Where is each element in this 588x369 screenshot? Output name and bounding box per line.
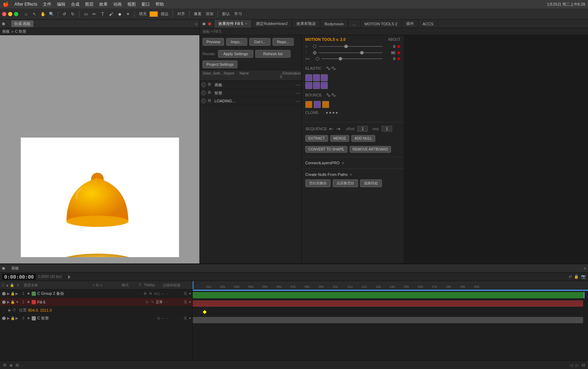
layer-row-3[interactable]: ▶ 🔒 ▶ 3 ★ C 矩形 ⊙ - - - 无 ▾ — [0, 314, 192, 323]
select-tool[interactable]: ↖ — [31, 11, 38, 18]
add-null-btn[interactable]: ADD NULL — [351, 135, 375, 142]
stamp-tool[interactable]: ◆ — [116, 11, 123, 18]
text-tool[interactable]: T — [99, 11, 106, 18]
menu-layer[interactable]: 图层 — [85, 1, 94, 7]
menu-composition[interactable]: 合成 — [71, 1, 79, 7]
playback-icon[interactable]: ⏵ — [67, 274, 72, 280]
slider-knob-2[interactable] — [313, 51, 317, 55]
comp-gear-3[interactable]: ⚙ — [207, 98, 213, 104]
fill-color-swatch[interactable] — [149, 11, 158, 17]
seq-right-icon[interactable]: ⇥ — [336, 126, 340, 132]
timeline-close[interactable] — [2, 267, 5, 270]
tab-effects[interactable]: 效果控件 Fill 5 × — [214, 20, 252, 28]
project-settings-btn[interactable]: Project Settings — [203, 61, 237, 68]
tab-extra2[interactable]: 插件 — [402, 20, 418, 28]
easing-btn-1[interactable] — [305, 74, 312, 81]
comp-dots-2[interactable]: ··· — [296, 90, 300, 96]
layer-2-star[interactable]: ★ — [27, 300, 31, 304]
menu-help[interactable]: 帮助 — [155, 1, 164, 7]
timeline-tab-label[interactable]: 画板 — [9, 265, 21, 272]
slider-knob-3[interactable] — [316, 57, 319, 61]
vis-dot-1[interactable] — [2, 292, 6, 295]
vis-dot-2[interactable] — [2, 300, 6, 304]
refresh-list-btn[interactable]: Refresh list — [255, 50, 290, 58]
timeline-footer-icon-1[interactable]: ⚙ — [3, 363, 7, 368]
timeline-footer-icon-3[interactable]: ⊞ — [15, 363, 19, 368]
null-btn-3[interactable]: 追路径处 — [360, 179, 382, 187]
comp-gear-2[interactable]: ⚙ — [207, 90, 213, 96]
pen-tool[interactable]: ✏ — [91, 11, 98, 18]
breadcrumb-child[interactable]: C 矩形 — [15, 29, 26, 34]
comp-menu-icon[interactable]: ≡ — [195, 22, 197, 26]
lock-icon-2[interactable]: 🔒 — [11, 300, 15, 304]
layer-2-dropdown[interactable]: ▾ — [189, 300, 191, 304]
repo-btn[interactable]: Repo... — [273, 38, 294, 46]
slider-thumb-1[interactable] — [344, 45, 348, 48]
comp-checkbox-3[interactable] — [201, 98, 206, 103]
easing-btn-3[interactable] — [321, 74, 328, 81]
bounce-btn-2[interactable] — [314, 101, 321, 108]
menu-after-effects[interactable]: After Effects — [14, 2, 37, 7]
bounce-btn-1[interactable] — [305, 101, 312, 108]
timeline-footer-icon-5[interactable]: ▷ — [576, 363, 579, 368]
easing-btn-2[interactable] — [313, 74, 320, 81]
comp-gear-1[interactable]: ⚙ — [207, 82, 213, 88]
tab-extra1[interactable]: ... — [348, 20, 360, 28]
puppet-tool[interactable]: ✴ — [124, 11, 132, 18]
preview-btn[interactable]: Preview — [203, 38, 224, 46]
about-btn[interactable]: ABOUT — [388, 38, 400, 42]
timeline-footer-icon-4[interactable]: ◁ — [570, 363, 573, 368]
layer-1-star[interactable]: ★ — [27, 291, 31, 296]
menu-effects[interactable]: 效果 — [99, 1, 108, 7]
comp-row-juxing[interactable]: ⚙ 矩形 ··· — [200, 89, 301, 97]
layer-2-expand[interactable]: ▼ — [15, 300, 20, 304]
bounce-btn-3[interactable] — [322, 101, 329, 108]
layer-3-color[interactable] — [32, 316, 36, 320]
comp-checkbox-2[interactable] — [201, 90, 206, 95]
extract-btn[interactable]: EXTRACT — [305, 135, 328, 142]
layer-row-1[interactable]: ▶ 🔒 ▶ 1 ★ C Group 2 备份 ⚙ fx ⊙ ◻ - - — [0, 290, 192, 298]
get-btn[interactable]: Get t... — [249, 38, 270, 46]
rect-tool[interactable]: ▭ — [82, 11, 89, 18]
merge-btn[interactable]: MERGE — [330, 135, 350, 142]
undo-icon[interactable]: ↺ — [61, 11, 68, 18]
tab-rubber-hose[interactable]: 拥定RubberHose2 — [252, 20, 292, 28]
zoom-tool[interactable]: 🔍 — [48, 11, 55, 18]
tab-close-effects[interactable]: × — [245, 22, 247, 26]
panel-close[interactable] — [2, 23, 5, 25]
layer-3-star[interactable]: ★ — [27, 316, 31, 320]
remove-artboard-btn[interactable]: REMOVE ARTBOARD — [350, 146, 391, 153]
comp-dots-3[interactable]: ··· — [296, 98, 300, 104]
slider-knob-1[interactable] — [313, 45, 317, 48]
comp-row-huaban[interactable]: ⚙ 画板 ··· — [200, 81, 301, 89]
minimize-window-btn[interactable] — [8, 12, 12, 16]
impo-btn[interactable]: Impo... — [226, 38, 247, 46]
tab-bodymovin[interactable]: Bodymovin — [320, 20, 348, 28]
apple-menu[interactable]: 🍎 — [3, 1, 9, 7]
tab-extra3[interactable]: ACCS — [418, 20, 438, 28]
comp-row-loading[interactable]: ⚙ LOADING... ··· — [200, 97, 301, 105]
playhead[interactable] — [193, 281, 193, 289]
comp-checkbox-1[interactable] — [201, 82, 206, 87]
timeline-icon-1[interactable]: ⇄ — [569, 274, 572, 279]
vis-dot-3[interactable] — [2, 317, 6, 320]
timeline-menu-icon[interactable]: ≡ — [584, 266, 586, 271]
apply-settings-btn[interactable]: Apply Settings — [218, 50, 253, 58]
layer-2-color[interactable] — [32, 300, 36, 304]
lock-icon-1[interactable]: 🔒 — [11, 292, 15, 295]
maximize-window-btn[interactable] — [14, 12, 18, 16]
timeline-timecode[interactable]: 0:00:00:00 — [2, 274, 36, 280]
layer-3-dropdown[interactable]: ▾ — [189, 316, 191, 320]
menu-edit[interactable]: 编辑 — [57, 1, 65, 7]
timeline-icon-3[interactable]: 📷 — [581, 274, 586, 279]
slider-thumb-2[interactable] — [360, 51, 364, 55]
comp-dots-1[interactable]: ··· — [296, 82, 300, 88]
redo-icon[interactable]: ↻ — [69, 11, 76, 18]
slider-thumb-3[interactable] — [339, 57, 342, 61]
lock-icon-3[interactable]: 🔒 — [11, 316, 15, 320]
breadcrumb-root[interactable]: 画板 — [2, 29, 10, 34]
timeline-footer-icon-2[interactable]: ◈ — [9, 363, 13, 368]
easing-btn-5[interactable] — [313, 82, 320, 89]
close-window-btn[interactable] — [2, 12, 6, 16]
timeline-icon-2[interactable]: 🔒 — [574, 274, 579, 279]
